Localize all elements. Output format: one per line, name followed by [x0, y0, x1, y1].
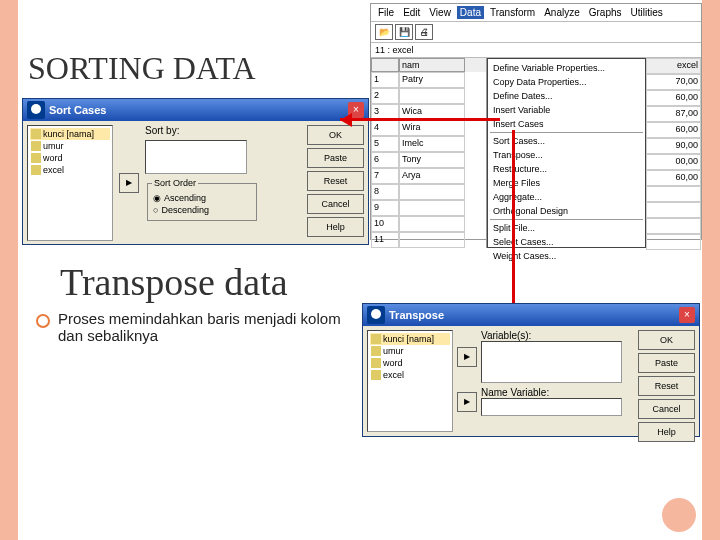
transpose-dialog: Transpose × kunci [nama] umur word excel… — [362, 303, 700, 437]
bullet-text: Proses memindahkan baris menjadi kolom d… — [58, 310, 346, 344]
excel-column: excel 70,00 60,00 87,00 60,00 90,00 00,0… — [646, 58, 701, 248]
bullet-icon — [36, 314, 50, 328]
move-right-button[interactable]: ▶ — [119, 173, 139, 193]
menu-transform[interactable]: Transform — [487, 6, 538, 19]
sort-cases-dialog: Sort Cases × kunci [nama] umur word exce… — [22, 98, 369, 245]
sort-by-list[interactable] — [145, 140, 247, 174]
menu-item[interactable]: Copy Data Properties... — [490, 75, 643, 89]
data-menu-dropdown: Define Variable Properties... Copy Data … — [487, 58, 646, 248]
var-icon — [371, 346, 381, 356]
var-icon — [371, 358, 381, 368]
dialog-title: Transpose — [389, 309, 675, 321]
bullet-item: Proses memindahkan baris menjadi kolom d… — [36, 310, 346, 344]
list-item: excel — [30, 164, 110, 176]
list-item: word — [370, 357, 450, 369]
variable-list[interactable]: kunci [nama] umur word excel — [367, 330, 453, 432]
variables-label: Variable(s): — [481, 330, 622, 341]
name-variable-field[interactable] — [481, 398, 622, 416]
sort-by-label: Sort by: — [145, 125, 259, 136]
tool-save-icon[interactable]: 💾 — [395, 24, 413, 40]
var-icon — [31, 153, 41, 163]
radio-descending[interactable]: ○ Descending — [152, 204, 252, 216]
menu-graphs[interactable]: Graphs — [586, 6, 625, 19]
reset-button[interactable]: Reset — [307, 171, 364, 191]
app-logo-icon — [27, 101, 45, 119]
menu-view[interactable]: View — [426, 6, 454, 19]
cell-address: 11 : excel — [371, 43, 701, 58]
main-menubar[interactable]: File Edit View Data Transform Analyze Gr… — [371, 4, 701, 22]
variables-list[interactable] — [481, 341, 622, 383]
cancel-button[interactable]: Cancel — [307, 194, 364, 214]
menu-utilities[interactable]: Utilities — [628, 6, 666, 19]
menu-analyze[interactable]: Analyze — [541, 6, 583, 19]
radio-ascending[interactable]: ◉ Ascending — [152, 192, 252, 204]
ok-button[interactable]: OK — [638, 330, 695, 350]
help-button[interactable]: Help — [638, 422, 695, 442]
red-arrow-left — [340, 112, 510, 128]
col-header-nam: nam — [399, 58, 465, 72]
menu-item[interactable]: Define Dates... — [490, 89, 643, 103]
tool-open-icon[interactable]: 📂 — [375, 24, 393, 40]
close-icon[interactable]: × — [679, 307, 695, 323]
toolbar: 📂 💾 🖨 — [371, 22, 701, 43]
var-icon — [371, 334, 381, 344]
heading-sorting: SORTING DATA — [28, 50, 256, 87]
titlebar: Sort Cases × — [23, 99, 368, 121]
red-arrow-down-stem — [512, 130, 515, 310]
sort-order-group: Sort Order ◉ Ascending ○ Descending — [147, 178, 257, 221]
list-item: word — [30, 152, 110, 164]
menu-data[interactable]: Data — [457, 6, 484, 19]
cancel-button[interactable]: Cancel — [638, 399, 695, 419]
col-header-excel: excel — [646, 58, 701, 74]
titlebar: Transpose × — [363, 304, 699, 326]
menu-item[interactable]: Insert Variable — [490, 103, 643, 117]
var-icon — [371, 370, 381, 380]
list-item: umur — [30, 140, 110, 152]
ok-button[interactable]: OK — [307, 125, 364, 145]
menu-edit[interactable]: Edit — [400, 6, 423, 19]
heading-transpose: Transpose data — [60, 260, 288, 304]
app-logo-icon — [367, 306, 385, 324]
move-right-button[interactable]: ▶ — [457, 392, 477, 412]
data-grid[interactable]: nam 1Patry 2 3Wica 4Wira 5Imelc 6Tony 7A… — [371, 58, 487, 248]
paste-button[interactable]: Paste — [638, 353, 695, 373]
corner-ornament — [662, 498, 696, 532]
var-icon — [31, 165, 41, 175]
name-variable-label: Name Variable: — [481, 387, 622, 398]
var-icon — [31, 129, 41, 139]
list-item: umur — [370, 345, 450, 357]
menu-file[interactable]: File — [375, 6, 397, 19]
move-right-button[interactable]: ▶ — [457, 347, 477, 367]
list-item: kunci [nama] — [370, 333, 450, 345]
list-item: kunci [nama] — [30, 128, 110, 140]
menu-item[interactable]: Insert Cases — [490, 117, 643, 131]
variable-list[interactable]: kunci [nama] umur word excel — [27, 125, 113, 241]
menu-item[interactable]: Define Variable Properties... — [490, 61, 643, 75]
help-button[interactable]: Help — [307, 217, 364, 237]
paste-button[interactable]: Paste — [307, 148, 364, 168]
dialog-title: Sort Cases — [49, 104, 344, 116]
tool-print-icon[interactable]: 🖨 — [415, 24, 433, 40]
reset-button[interactable]: Reset — [638, 376, 695, 396]
list-item: excel — [370, 369, 450, 381]
var-icon — [31, 141, 41, 151]
